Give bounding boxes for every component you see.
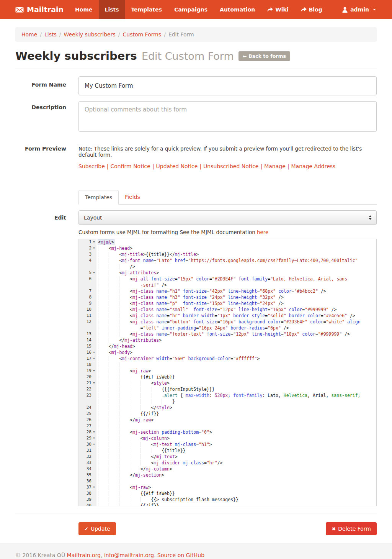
code-line: <mj-raw> (96, 368, 376, 374)
nav-item-templates[interactable]: Templates (125, 0, 168, 19)
indent-guides (98, 399, 172, 404)
nav-item-blog[interactable]: Blog (295, 0, 328, 19)
preview-link-confirm-notice[interactable]: Confirm Notice (111, 163, 150, 169)
brand-logo[interactable]: Mailtrain (0, 0, 69, 19)
fold-icon[interactable]: ▾ (91, 380, 96, 386)
code-token: /> (347, 313, 355, 318)
user-menu[interactable]: admin (342, 0, 392, 19)
tab-fields[interactable]: Fields (119, 190, 146, 204)
fold-icon[interactable]: ▾ (91, 356, 96, 362)
code-editor[interactable]: 1▾<mjml>2▾ <mj-head>3 <mj-title>{{title}… (78, 239, 377, 506)
fold-icon[interactable]: ▾ (91, 441, 96, 448)
code-token (180, 289, 183, 294)
line-number (79, 282, 91, 288)
indent-guides (98, 338, 119, 343)
code-token: = (167, 295, 170, 300)
code-token (180, 460, 183, 466)
fold-icon[interactable]: ▾ (91, 270, 96, 276)
code-token: /> (159, 282, 167, 288)
code-token: -serif" (140, 282, 159, 288)
nav-item-wiki[interactable]: Wiki (261, 0, 294, 19)
code-token: border-style (233, 313, 265, 318)
line-number: 25 (79, 411, 91, 417)
code-token: mj-title (175, 252, 196, 257)
nav-item-label: Campaigns (174, 7, 207, 13)
preview-link-updated-notice[interactable]: Updated Notice (156, 163, 198, 169)
fold-icon[interactable]: ▾ (91, 349, 96, 356)
footer-link[interactable]: Source on GitHub (157, 552, 204, 558)
fold-icon[interactable]: ▾ (91, 245, 96, 251)
breadcrumb-link[interactable]: Home (21, 31, 37, 38)
code-token: line-height (228, 301, 257, 306)
gutter-cell: 4 (79, 257, 96, 264)
gutter-cell: 34 (79, 466, 96, 472)
code-row: 29▾ <mj-column> (79, 435, 376, 441)
code-token: < (130, 429, 132, 435)
code-line: <mj-class name="button" font-size="16px"… (96, 319, 376, 325)
code-token: font-family (238, 276, 268, 282)
fold-icon[interactable]: ▾ (91, 368, 96, 374)
preview-link-unsubscribed-notice[interactable]: Unsubscribed Notice (203, 163, 258, 169)
gutter-cell: 10 (79, 307, 96, 313)
user-icon (342, 7, 348, 13)
fold-icon[interactable]: ▾ (91, 435, 96, 441)
code-line: ="left" inner-padding="16px 24px" border… (96, 325, 376, 331)
code-token: "15px" (178, 276, 194, 282)
preview-link-manage-address[interactable]: Manage Address (291, 163, 336, 169)
fold-icon[interactable]: ▾ (91, 484, 96, 490)
breadcrumb-link[interactable]: Custom Forms (123, 31, 162, 38)
gutter-cell (79, 398, 96, 405)
code-token: "p" (170, 301, 178, 306)
update-button[interactable]: ✔ Update (78, 522, 116, 535)
code-token: /> (281, 325, 289, 331)
back-to-forms-button[interactable]: ← Back to forms (238, 51, 290, 61)
footer-link[interactable]: info@mailtrain.org (104, 552, 154, 558)
envelope-icon (15, 7, 24, 13)
fold-slot (91, 454, 96, 460)
code-token: mj-raw (132, 368, 149, 374)
nav-item-campaigns[interactable]: Campaigns (168, 0, 214, 19)
code-token: > (209, 442, 212, 447)
line-number: 19 (79, 368, 91, 374)
code-token: mj-raw (135, 417, 151, 423)
line-number: 38 (79, 490, 91, 497)
form-name-input[interactable] (78, 76, 377, 95)
preview-link-subscribe[interactable]: Subscribe (78, 163, 105, 169)
code-token: ; (358, 393, 361, 398)
code-token: line-height (228, 289, 257, 294)
fold-icon[interactable]: ▾ (91, 239, 96, 245)
code-token: mj-attributes (124, 338, 159, 343)
code-token: "12px" (220, 307, 236, 312)
code-line: <mj-container width="560" background-col… (96, 356, 376, 362)
code-token: "button" (170, 319, 191, 325)
code-line: <mj-body> (96, 349, 376, 356)
code-row: 4 <mj-font name="Lato" href="https://fon… (79, 257, 376, 264)
preview-link-manage[interactable]: Manage (264, 163, 286, 169)
fold-slot (91, 294, 96, 300)
code-token: line-height (252, 331, 281, 337)
code-token: "h1" (199, 442, 209, 447)
code-token: mj-class (132, 313, 154, 318)
description-textarea[interactable] (78, 101, 377, 132)
gutter-cell: 15 (79, 343, 96, 349)
nav-item-automation[interactable]: Automation (214, 0, 261, 19)
nav-item-lists[interactable]: Lists (99, 0, 125, 19)
footer-link[interactable]: Mailtrain.org (67, 552, 101, 558)
code-token: mj-section (135, 472, 162, 478)
code-token: mj-attributes (122, 270, 156, 275)
mjml-docs-link[interactable]: here (257, 229, 268, 235)
fold-icon[interactable]: ▾ (91, 429, 96, 435)
code-token: = (217, 307, 220, 312)
breadcrumb-link[interactable]: Lists (44, 31, 57, 38)
breadcrumb-separator: / (57, 31, 64, 38)
breadcrumb-link[interactable]: Weekly subscribers (64, 31, 116, 38)
code-token: > (159, 338, 162, 343)
delete-form-button[interactable]: ✖ Delete Form (326, 522, 377, 535)
tab-templates[interactable]: Templates (78, 190, 119, 205)
edit-template-select[interactable]: Layout (78, 210, 377, 225)
gutter-cell: 19▾ (79, 368, 96, 374)
code-token: : (209, 393, 215, 398)
code-token: </ (119, 338, 124, 343)
code-row: 36 (79, 478, 376, 484)
nav-item-home[interactable]: Home (69, 0, 98, 19)
